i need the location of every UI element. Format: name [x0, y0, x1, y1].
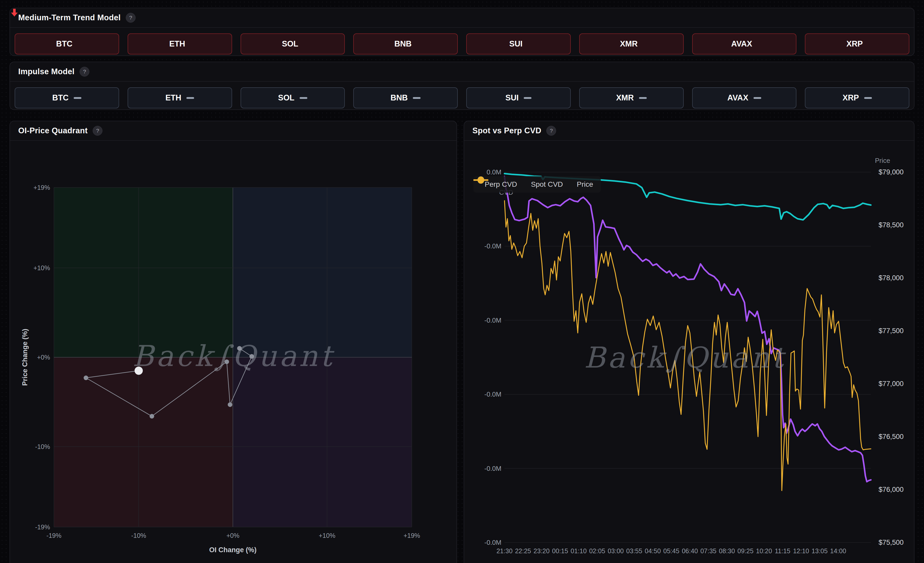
panel-title: Medium-Term Trend Model	[18, 13, 121, 23]
trend-coin-button-eth[interactable]: ETH	[128, 33, 232, 54]
coin-label: SOL	[278, 93, 294, 102]
legend-label: Perp CVD	[485, 180, 517, 189]
time-tick-label: 21:30	[496, 547, 513, 554]
x-tick-label: +10%	[319, 532, 336, 539]
trend-coin-button-btc[interactable]: BTC	[15, 33, 119, 54]
time-tick-label: 02:05	[589, 547, 605, 554]
neutral-dash-icon	[639, 97, 647, 99]
trend-coin-row: BTCETHSOLBNBSUIXMRAVAXXRP	[10, 28, 914, 60]
coin-label: BNB	[394, 39, 411, 48]
coin-label: BTC	[56, 39, 73, 48]
y-tick-label: -19%	[35, 524, 50, 531]
help-icon[interactable]: ?	[546, 126, 556, 136]
coin-label: SOL	[282, 39, 298, 48]
x-tick-label: +0%	[226, 532, 240, 539]
quadrant-region-bottom-left	[54, 357, 233, 527]
cvd-right-axis-title: Price	[875, 157, 890, 165]
quadrant-chart-area: +19%+10%+0%-10%-19%-19%-10%+0%+10%+19% B…	[10, 141, 456, 563]
time-tick-label: 23:20	[534, 547, 550, 554]
help-icon[interactable]: ?	[80, 67, 89, 77]
panel-header: OI-Price Quadrant ?	[10, 121, 456, 141]
cvd-series-perp-cvd	[504, 176, 871, 482]
impulse-coin-button-xmr[interactable]: XMR	[579, 87, 684, 108]
cvd-left-axis-label: -0.0M	[484, 242, 501, 250]
trail-point	[84, 375, 88, 380]
neutral-dash-icon	[753, 97, 761, 99]
x-tick-label: +19%	[404, 532, 420, 539]
trend-coin-button-xrp[interactable]: XRP	[805, 33, 909, 54]
coin-label: BTC	[52, 93, 69, 102]
time-tick-label: 05:45	[663, 547, 680, 554]
cvd-left-axis-label: -0.0M	[484, 317, 501, 324]
cvd-chart-svg: 0.0M-0.0M-0.0M-0.0M-0.0M-0.0M$79,000$78,…	[464, 141, 914, 563]
time-tick-label: 06:40	[682, 547, 698, 554]
panel-medium-term-trend-model: Medium-Term Trend Model ? BTCETHSOLBNBSU…	[9, 8, 915, 56]
coin-label: SUI	[509, 39, 523, 48]
time-tick-label: 12:10	[793, 547, 809, 554]
trend-coin-button-sui[interactable]: SUI	[466, 33, 571, 54]
panel-title: Impulse Model	[18, 67, 75, 76]
panel-title: Spot vs Perp CVD	[472, 126, 541, 135]
neutral-dash-icon	[186, 97, 194, 99]
coin-label: XMR	[620, 39, 638, 48]
price-axis-label: $77,000	[879, 380, 904, 387]
legend-item-price[interactable]: Price	[573, 180, 593, 189]
time-tick-label: 04:50	[645, 547, 661, 554]
time-tick-label: 11:15	[775, 547, 790, 554]
price-axis-label: $78,500	[879, 221, 904, 229]
quadrant-chart-svg: +19%+10%+0%-10%-19%-19%-10%+0%+10%+19%	[10, 141, 456, 563]
time-tick-label: 10:20	[756, 547, 772, 554]
x-tick-label: -10%	[131, 532, 146, 539]
trail-current-point	[135, 366, 143, 375]
cvd-left-axis-label: -0.0M	[484, 390, 501, 398]
neutral-dash-icon	[524, 97, 531, 99]
panel-header: Spot vs Perp CVD ?	[464, 121, 914, 141]
cvd-series-price	[504, 201, 871, 491]
legend-item-spot-cvd[interactable]: Spot CVD	[527, 180, 563, 189]
time-tick-label: 08:30	[719, 547, 735, 554]
trail-point	[249, 354, 254, 359]
panel-spot-vs-perp-cvd: Spot vs Perp CVD ? CVD Back∫Quant 0.0M-0…	[464, 121, 915, 563]
impulse-coin-button-xrp[interactable]: XRP	[805, 87, 909, 108]
trend-coin-button-bnb[interactable]: BNB	[353, 33, 458, 54]
cvd-left-axis-label: -0.0M	[484, 465, 501, 472]
coin-label: XRP	[846, 39, 863, 48]
trail-point	[237, 346, 242, 351]
help-icon[interactable]: ?	[126, 13, 135, 23]
panel-title: OI-Price Quadrant	[18, 126, 87, 135]
impulse-coin-button-bnb[interactable]: BNB	[353, 87, 458, 108]
trend-coin-button-xmr[interactable]: XMR	[579, 33, 684, 54]
impulse-coin-button-sol[interactable]: SOL	[241, 87, 345, 108]
time-tick-label: 22:25	[515, 547, 531, 554]
cvd-legend: Perp CVDSpot CVDPrice	[473, 176, 601, 193]
neutral-dash-icon	[300, 97, 308, 99]
coin-label: ETH	[169, 39, 185, 48]
price-axis-label: $78,000	[879, 274, 904, 282]
price-axis-label: $76,500	[879, 433, 904, 440]
impulse-coin-button-eth[interactable]: ETH	[128, 87, 232, 108]
cvd-chart-area: CVD Back∫Quant 0.0M-0.0M-0.0M-0.0M-0.0M-…	[464, 141, 914, 563]
impulse-coin-button-sui[interactable]: SUI	[466, 87, 571, 108]
price-axis-label: $77,500	[879, 327, 904, 335]
trail-point	[224, 359, 229, 364]
cvd-left-axis-label: -0.0M	[484, 539, 501, 546]
time-tick-label: 09:25	[737, 547, 753, 554]
legend-label: Price	[577, 180, 593, 189]
trend-coin-button-avax[interactable]: AVAX	[692, 33, 796, 54]
impulse-coin-button-btc[interactable]: BTC	[15, 87, 119, 108]
coin-label: XMR	[616, 93, 634, 102]
coin-label: SUI	[506, 93, 519, 102]
help-icon[interactable]: ?	[93, 126, 102, 136]
trend-coin-button-sol[interactable]: SOL	[241, 33, 345, 54]
neutral-dash-icon	[864, 97, 872, 99]
x-tick-label: -19%	[46, 532, 62, 539]
trail-point	[228, 402, 232, 407]
cvd-left-axis-label: 0.0M	[486, 168, 501, 176]
panel-header: Medium-Term Trend Model ?	[10, 8, 914, 28]
coin-label: AVAX	[728, 93, 748, 102]
quadrant-region-top-right	[233, 188, 412, 357]
panel-impulse-model: Impulse Model ? BTCETHSOLBNBSUIXMRAVAXXR…	[9, 62, 915, 110]
coin-label: AVAX	[731, 39, 752, 48]
impulse-coin-button-avax[interactable]: AVAX	[692, 87, 796, 108]
coin-label: ETH	[165, 93, 181, 102]
